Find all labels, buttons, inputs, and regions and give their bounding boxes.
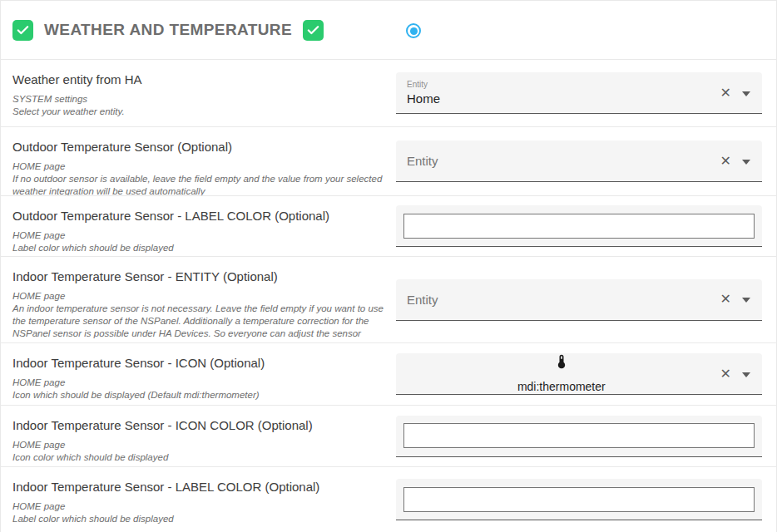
setting-description: Icon color which should be displayed <box>12 451 391 464</box>
setting-context: HOME page <box>12 160 391 173</box>
indoor-temp-entity-select[interactable]: Entity ✕ <box>396 279 762 321</box>
setting-row-indoor-icon-color: Indoor Temperature Sensor - ICON COLOR (… <box>0 405 777 467</box>
setting-row-indoor-label-color: Indoor Temperature Sensor - LABEL COLOR … <box>0 466 777 532</box>
select-value: mdi:thermometer <box>517 380 606 394</box>
setting-field <box>396 196 762 256</box>
select-content: mdi:thermometer <box>407 353 716 394</box>
select-content: Entity <box>407 154 716 168</box>
config-page: WEATHER AND TEMPERATURE Weather entity f… <box>0 0 777 532</box>
setting-row-weather-entity: Weather entity from HA SYSTEM settings S… <box>0 59 777 127</box>
indoor-icon-select[interactable]: mdi:thermometer ✕ <box>396 353 762 395</box>
select-content: Entity <box>407 293 716 307</box>
setting-description: Select your weather entity. <box>12 106 391 118</box>
setting-context: HOME page <box>12 229 391 242</box>
indoor-icon-color-input[interactable] <box>403 423 755 448</box>
setting-description: Icon which should be displayed (Default … <box>12 389 391 401</box>
chevron-down-icon[interactable] <box>742 372 750 377</box>
setting-title: Indoor Temperature Sensor - ICON COLOR (… <box>12 418 391 434</box>
outdoor-label-color-input[interactable] <box>403 214 755 239</box>
input-panel <box>396 205 762 247</box>
chevron-down-icon[interactable] <box>742 160 750 165</box>
setting-text: Indoor Temperature Sensor - LABEL COLOR … <box>1 467 396 532</box>
setting-field: mdi:thermometer ✕ <box>396 343 762 405</box>
setting-row-outdoor-label-color: Outdoor Temperature Sensor - LABEL COLOR… <box>0 195 777 257</box>
setting-text: Indoor Temperature Sensor - ICON COLOR (… <box>1 406 396 466</box>
section-radio-button[interactable] <box>406 23 421 38</box>
checkmark-icon <box>16 23 30 37</box>
clear-icon[interactable]: ✕ <box>716 293 735 306</box>
outdoor-temp-entity-select[interactable]: Entity ✕ <box>396 140 762 182</box>
setting-text: Indoor Temperature Sensor - ICON (Option… <box>1 343 396 405</box>
radio-dot <box>410 27 418 35</box>
setting-field: Entity ✕ <box>396 257 762 342</box>
setting-text: Indoor Temperature Sensor - ENTITY (Opti… <box>1 257 396 342</box>
setting-field: Entity ✕ <box>396 127 762 195</box>
setting-description: If no outdoor sensor is available, leave… <box>12 173 391 196</box>
setting-title: Outdoor Temperature Sensor (Optional) <box>12 140 391 155</box>
setting-row-outdoor-temp-entity: Outdoor Temperature Sensor (Optional) HO… <box>0 126 777 196</box>
setting-context: HOME page <box>12 290 391 303</box>
setting-text: Outdoor Temperature Sensor (Optional) HO… <box>1 127 396 195</box>
setting-row-indoor-temp-entity: Indoor Temperature Sensor - ENTITY (Opti… <box>0 256 777 343</box>
chevron-down-icon[interactable] <box>742 91 750 96</box>
setting-description: Label color which should be displayed <box>12 513 391 525</box>
input-panel <box>396 479 762 520</box>
section-enabled-checkbox[interactable] <box>12 20 33 41</box>
setting-context: SYSTEM settings <box>12 93 391 106</box>
setting-title: Indoor Temperature Sensor - LABEL COLOR … <box>12 480 391 495</box>
select-value: Home <box>407 91 716 106</box>
select-label: Entity <box>407 80 716 90</box>
setting-title: Indoor Temperature Sensor - ENTITY (Opti… <box>12 269 391 285</box>
setting-title: Outdoor Temperature Sensor - LABEL COLOR… <box>12 209 391 224</box>
setting-description: Label color which should be displayed <box>12 242 391 254</box>
setting-context: HOME page <box>12 377 391 389</box>
section-title: WEATHER AND TEMPERATURE <box>44 21 292 39</box>
weather-entity-select[interactable]: Entity Home ✕ <box>396 72 762 114</box>
indoor-label-color-input[interactable] <box>403 487 755 512</box>
input-panel <box>396 416 762 457</box>
setting-title: Weather entity from HA <box>12 72 391 88</box>
clear-icon[interactable]: ✕ <box>716 367 735 381</box>
setting-text: Outdoor Temperature Sensor - LABEL COLOR… <box>1 196 396 256</box>
checkmark-icon <box>306 23 320 37</box>
select-placeholder: Entity <box>407 154 716 168</box>
section-secondary-checkbox[interactable] <box>303 20 324 41</box>
clear-icon[interactable]: ✕ <box>716 155 735 168</box>
setting-title: Indoor Temperature Sensor - ICON (Option… <box>12 356 391 372</box>
select-placeholder: Entity <box>407 293 716 307</box>
setting-row-indoor-icon: Indoor Temperature Sensor - ICON (Option… <box>0 342 777 406</box>
setting-field <box>396 467 762 532</box>
section-header: WEATHER AND TEMPERATURE <box>0 0 777 60</box>
thermometer-icon <box>553 353 570 370</box>
chevron-down-icon[interactable] <box>742 298 750 303</box>
select-content: Entity Home <box>407 80 716 106</box>
clear-icon[interactable]: ✕ <box>716 86 735 100</box>
setting-description: An indoor temperature sensor is not nece… <box>12 303 391 343</box>
setting-context: HOME page <box>12 500 391 513</box>
setting-context: HOME page <box>12 439 391 451</box>
setting-field <box>396 406 762 466</box>
setting-field: Entity Home ✕ <box>396 60 762 126</box>
setting-text: Weather entity from HA SYSTEM settings S… <box>1 60 396 126</box>
